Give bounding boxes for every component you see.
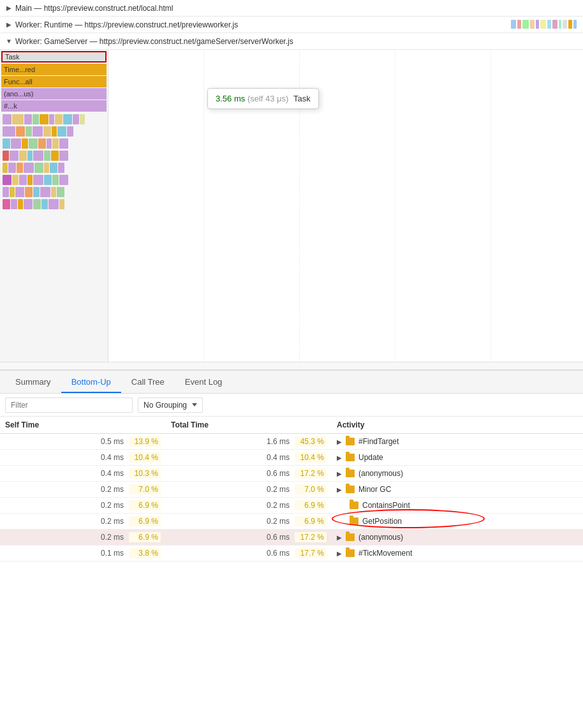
thread-label-runtime: Worker: Runtime — https://preview.constr…: [15, 20, 238, 29]
flame-label-func[interactable]: Func...all: [1, 76, 107, 87]
expand-arrow-icon[interactable]: ▶: [337, 454, 342, 461]
activity-label: Minor GC: [358, 485, 391, 494]
expand-arrow-icon[interactable]: ▶: [337, 534, 342, 541]
cell-self-time: 0.1 ms 3.8 %: [0, 546, 166, 561]
cell-activity: ▶ #TickMovement: [332, 546, 583, 561]
tab-event-log[interactable]: Event Log: [175, 372, 233, 393]
tab-call-tree[interactable]: Call Tree: [121, 372, 175, 393]
thread-row-main[interactable]: ▶ Main — https://preview.construct.net/l…: [0, 0, 583, 17]
th-self-time: Self Time: [0, 417, 166, 434]
flame-label-time[interactable]: Time...red: [1, 64, 107, 75]
flame-tooltip: 3.56 ms (self 43 μs) Task: [207, 88, 319, 109]
activity-label: #FindTarget: [358, 437, 399, 446]
th-total-time: Total Time: [166, 417, 332, 434]
activity-label: (anonymous): [358, 469, 403, 478]
flame-label-hash[interactable]: #...k: [1, 100, 107, 112]
performance-table: Self Time Total Time Activity 0.5 ms 13.…: [0, 417, 583, 561]
table-row[interactable]: 0.2 ms 6.9 % 0.6 ms 17.2 % ▶ (anonymous): [0, 530, 583, 546]
activity-label: #TickMovement: [358, 549, 412, 558]
flame-label-anon[interactable]: (ano...us): [1, 88, 107, 100]
cell-total-time: 0.6 ms 17.7 %: [166, 546, 332, 561]
flame-chart-canvas[interactable]: 3.56 ms (self 43 μs) Task: [108, 50, 583, 362]
cell-self-time: 0.2 ms 6.9 %: [0, 530, 166, 546]
table-row[interactable]: 0.5 ms 13.9 % 1.6 ms 45.3 % ▶ #FindTarge…: [0, 434, 583, 450]
thread-row-runtime[interactable]: ▶ Worker: Runtime — https://preview.cons…: [0, 17, 583, 33]
data-table-container: Self Time Total Time Activity 0.5 ms 13.…: [0, 417, 583, 561]
activity-label: ContainsPoint: [362, 501, 410, 510]
filter-row: No Grouping: [0, 394, 583, 417]
tab-summary[interactable]: Summary: [5, 372, 61, 393]
thread-label-gameserver: Worker: GameServer — https://preview.con…: [15, 37, 293, 46]
table-row[interactable]: 0.4 ms 10.4 % 0.4 ms 10.4 % ▶ Update: [0, 450, 583, 466]
cell-self-time: 0.2 ms 7.0 %: [0, 482, 166, 498]
cell-self-time: 0.4 ms 10.3 %: [0, 466, 166, 482]
cell-activity: ▶ (anonymous): [332, 466, 583, 482]
filter-input[interactable]: [5, 397, 133, 413]
table-row[interactable]: 0.2 ms 6.9 % 0.2 ms 6.9 % GetPosition: [0, 514, 583, 530]
grouping-label: No Grouping: [144, 401, 187, 410]
cell-total-time: 0.4 ms 10.4 %: [166, 450, 332, 466]
thread-row-gameserver[interactable]: ▼ Worker: GameServer — https://preview.c…: [0, 33, 583, 50]
cell-self-time: 0.2 ms 6.9 %: [0, 514, 166, 530]
folder-icon: [346, 533, 355, 541]
table-row[interactable]: 0.2 ms 6.9 % 0.2 ms 6.9 % ContainsPoint: [0, 498, 583, 514]
folder-icon: [346, 454, 355, 461]
cell-total-time: 0.2 ms 7.0 %: [166, 482, 332, 498]
flame-labels-panel: Task Time...red Func...all (ano...us) #.…: [0, 50, 108, 362]
expand-arrow-icon[interactable]: ▶: [337, 486, 342, 493]
thread-expand-arrow-runtime[interactable]: ▶: [5, 21, 13, 29]
cell-activity: ▶ #FindTarget: [332, 434, 583, 450]
folder-icon: [350, 501, 358, 509]
activity-label: GetPosition: [362, 517, 402, 526]
cell-total-time: 0.2 ms 6.9 %: [166, 498, 332, 514]
bottom-panel: Summary Bottom-Up Call Tree Event Log No…: [0, 370, 583, 561]
tab-bottom-up[interactable]: Bottom-Up: [61, 372, 121, 393]
tabs-row: Summary Bottom-Up Call Tree Event Log: [0, 371, 583, 394]
thread-expand-arrow-gameserver[interactable]: ▼: [5, 38, 13, 45]
table-row[interactable]: 0.1 ms 3.8 % 0.6 ms 17.7 % ▶ #TickMoveme…: [0, 546, 583, 561]
expand-arrow-icon[interactable]: ▶: [337, 438, 342, 445]
cell-activity: ▶ (anonymous): [332, 530, 583, 546]
tooltip-time: 3.56 ms: [216, 94, 245, 103]
tooltip-task-name: Task: [293, 94, 311, 103]
folder-icon: [346, 486, 355, 493]
folder-icon: [346, 549, 355, 557]
flame-label-task[interactable]: Task: [1, 51, 107, 63]
flame-chart-area: Task Time...red Func...all (ano...us) #.…: [0, 50, 583, 362]
table-row[interactable]: 0.2 ms 7.0 % 0.2 ms 7.0 % ▶ Minor GC: [0, 482, 583, 498]
activity-label: (anonymous): [358, 533, 403, 542]
table-row[interactable]: 0.4 ms 10.3 % 0.6 ms 17.2 % ▶ (anonymous…: [0, 466, 583, 482]
cell-activity: ContainsPoint: [332, 498, 583, 514]
cell-activity: GetPosition: [332, 514, 583, 530]
cell-total-time: 0.2 ms 6.9 %: [166, 514, 332, 530]
cell-self-time: 0.4 ms 10.4 %: [0, 450, 166, 466]
th-activity: Activity: [332, 417, 583, 434]
activity-label: Update: [358, 453, 383, 462]
grouping-dropdown[interactable]: No Grouping: [138, 397, 203, 413]
cell-self-time: 0.2 ms 6.9 %: [0, 498, 166, 514]
tooltip-self: (self 43 μs): [247, 94, 289, 103]
expand-arrow-icon[interactable]: ▶: [337, 470, 342, 477]
folder-icon: [346, 470, 355, 477]
cell-self-time: 0.5 ms 13.9 %: [0, 434, 166, 450]
thread-expand-arrow-main[interactable]: ▶: [5, 4, 13, 12]
folder-icon: [346, 438, 355, 445]
cell-total-time: 1.6 ms 45.3 %: [166, 434, 332, 450]
cell-activity: ▶ Update: [332, 450, 583, 466]
timeline-section: ▶ Main — https://preview.construct.net/l…: [0, 0, 583, 370]
cell-total-time: 0.6 ms 17.2 %: [166, 530, 332, 546]
cell-activity: ▶ Minor GC: [332, 482, 583, 498]
dropdown-arrow-icon: [192, 403, 197, 406]
cell-total-time: 0.6 ms 17.2 %: [166, 466, 332, 482]
folder-icon: [350, 517, 358, 525]
expand-arrow-icon[interactable]: ▶: [337, 550, 342, 557]
